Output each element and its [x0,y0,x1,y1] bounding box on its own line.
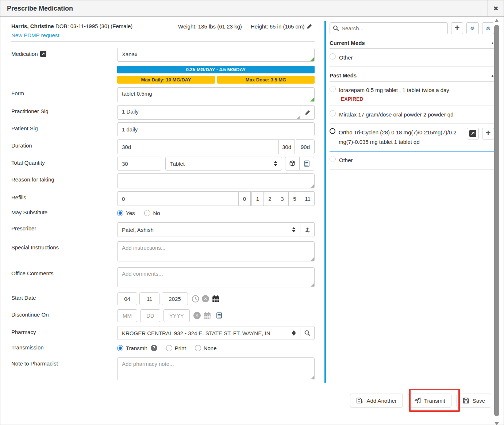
patient-dob: DOB: 03-11-1995 (30) (Female) [55,23,132,29]
clear-date-icon[interactable]: ✕ [193,312,201,319]
transmission-transmit-radio[interactable]: Transmit [117,345,147,351]
patient-height-wrap: Height: 65 in (165 cm) [251,23,312,30]
person-icon [305,227,310,233]
help-icon[interactable]: ? [151,345,157,351]
refills-quick-1[interactable]: 1 [251,191,264,206]
special-instructions-label: Special Instructions [11,244,59,250]
reason-input[interactable] [117,173,315,188]
past-other-item[interactable]: Other [330,152,494,169]
resize-grip[interactable] [296,116,300,119]
add-med-from-list-button[interactable]: + [482,128,494,139]
start-year-input[interactable] [162,292,188,305]
duration-30d-button[interactable]: 30d [279,139,295,154]
substitute-yes-radio[interactable]: Yes [117,210,135,216]
pharmacy-search-button[interactable] [300,326,315,340]
transmission-print-radio[interactable]: Print [166,345,186,351]
current-other-item[interactable]: Other [330,49,494,67]
total-quantity-input[interactable] [117,157,161,171]
resize-grip[interactable] [311,376,314,379]
edit-pencil-icon[interactable] [307,24,312,29]
duration-90d-button[interactable]: 90d [296,139,315,154]
discontinue-month-input[interactable] [117,309,137,322]
quantity-unit-select[interactable]: Tablet [165,157,282,171]
transmit-button[interactable]: Transmit [408,394,451,407]
refills-quick-3[interactable]: 3 [276,191,289,206]
vertical-scrollbar[interactable] [494,18,500,425]
add-med-button[interactable]: + [451,22,463,34]
start-day-input[interactable] [139,292,159,305]
duration-calculator-icon[interactable] [216,312,222,319]
discontinue-label: Discontinue On [11,311,49,318]
prescriber-person-button[interactable] [300,222,315,237]
med-item-text: Other [339,156,353,165]
practitioner-sig-input[interactable]: 1 Daily [117,105,300,120]
discontinue-year-input[interactable] [163,309,190,322]
meds-search-input[interactable] [330,22,448,34]
resize-grip[interactable] [311,283,314,287]
prescriber-label: Prescriber [11,225,36,231]
past-med-miralax[interactable]: Miralax 17 gram/dose oral powder 2 powde… [330,106,494,124]
past-med-ortho[interactable]: Ortho Tri-Cyclen (28) 0.18 mg(7)/0.215mg… [330,124,494,152]
modal-header: Prescribe Medication [0,0,488,17]
discontinue-day-input[interactable] [140,309,160,322]
paper-plane-icon [414,397,421,404]
quantity-unit-value: Tablet [170,161,185,167]
save-icon [463,397,469,404]
substitute-no-radio[interactable]: No [144,210,160,216]
refills-quick-11[interactable]: 11 [301,191,315,206]
pharmacy-select[interactable]: KROGER CENTRAL 932 - 324 E. STATE ST. FT… [117,326,300,340]
total-quantity-label: Total Quantity [11,160,45,166]
radio-selected-icon [330,128,335,134]
current-meds-header[interactable]: Current Meds ▲ [330,40,494,49]
patient-height: Height: 65 in (165 cm) [251,23,305,30]
search-icon [304,330,310,336]
note-pharmacist-input[interactable] [117,357,315,380]
add-another-button[interactable]: Add Another [350,394,403,407]
transmission-none-radio[interactable]: None [195,345,217,351]
calendar-gray-icon[interactable] [203,311,211,319]
resize-grip[interactable] [311,257,314,261]
search-icon [333,25,339,31]
med-item-text: Ortho Tri-Cyclen (28) 0.18 mg(7)/0.215mg… [339,128,460,147]
scroll-up-arrow[interactable] [495,19,499,22]
resize-grip[interactable] [310,98,314,102]
resize-grip[interactable] [311,184,314,188]
past-med-lorazepam[interactable]: lorazepam 0.5 mg tablet , 1 tablet twice… [330,81,494,106]
refills-input[interactable] [117,191,239,206]
office-comments-input[interactable] [117,267,315,287]
calendar-icon[interactable] [212,295,220,303]
patient-name: Harris, Christine [11,23,54,29]
radio-selected-icon [117,210,123,216]
medication-input[interactable]: Xanax [117,48,315,62]
package-button[interactable] [285,157,300,171]
patient-sig-input[interactable] [117,122,315,136]
duration-input[interactable] [117,139,279,154]
duration-label: Duration [11,142,32,149]
open-med-button[interactable] [467,128,479,139]
collapse-all-button[interactable] [482,22,494,34]
scrollbar-thumb[interactable] [494,25,499,416]
close-button[interactable]: ✖ [488,0,504,17]
start-date-label: Start Date [11,295,36,301]
radio-icon [330,86,336,92]
scroll-down-arrow[interactable] [495,422,499,425]
save-button[interactable]: Save [457,394,491,407]
expand-all-button[interactable] [466,22,478,34]
refills-quick-5[interactable]: 5 [289,191,301,206]
clock-icon[interactable] [192,295,199,303]
med-item-text: lorazepam 0.5 mg tablet , 1 tablet twice… [339,85,449,95]
dose-calculator-button[interactable] [300,157,314,171]
clear-date-icon[interactable]: ✕ [202,295,209,302]
past-meds-header[interactable]: Past Meds ▲ [330,72,494,81]
refills-quick-0[interactable]: 0 [239,191,251,206]
special-instructions-input[interactable] [117,241,315,261]
prescriber-select[interactable]: Patel, Ashish [117,222,300,237]
form-input[interactable]: tablet 0.5mg [117,87,315,102]
medication-external-link-icon[interactable] [40,51,46,57]
start-month-input[interactable] [117,292,137,305]
meds-search-wrap [330,22,448,34]
edit-sig-button[interactable] [300,105,315,120]
new-pdmp-request-link[interactable]: New PDMP request [11,32,59,38]
refills-quick-2[interactable]: 2 [264,191,276,206]
resize-grip[interactable] [310,57,314,61]
